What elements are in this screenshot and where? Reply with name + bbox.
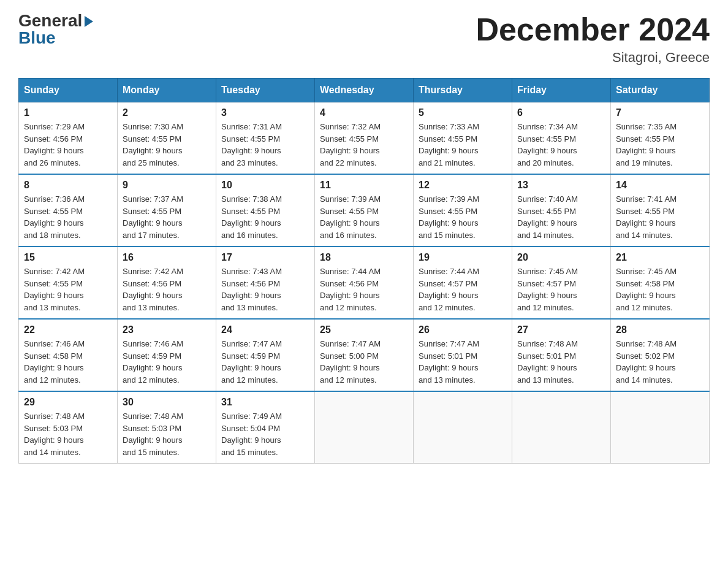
- day-info: Sunrise: 7:33 AMSunset: 4:55 PMDaylight:…: [419, 122, 479, 167]
- calendar-week-row: 29 Sunrise: 7:48 AMSunset: 5:03 PMDaylig…: [19, 391, 710, 464]
- table-row: 23 Sunrise: 7:46 AMSunset: 4:59 PMDaylig…: [118, 319, 216, 391]
- day-info: Sunrise: 7:42 AMSunset: 4:55 PMDaylight:…: [24, 267, 85, 312]
- day-number: 4: [320, 107, 408, 118]
- header-thursday: Thursday: [414, 79, 512, 102]
- day-info: Sunrise: 7:31 AMSunset: 4:55 PMDaylight:…: [221, 122, 282, 167]
- month-title: December 2024: [476, 12, 710, 47]
- day-number: 1: [24, 107, 112, 118]
- day-number: 21: [616, 252, 704, 263]
- day-number: 2: [123, 107, 211, 118]
- day-number: 22: [24, 324, 112, 335]
- day-number: 18: [320, 252, 408, 263]
- table-row: 5 Sunrise: 7:33 AMSunset: 4:55 PMDayligh…: [414, 102, 512, 175]
- table-row: 27 Sunrise: 7:48 AMSunset: 5:01 PMDaylig…: [512, 319, 611, 391]
- table-row: 30 Sunrise: 7:48 AMSunset: 5:03 PMDaylig…: [118, 391, 216, 464]
- header-friday: Friday: [512, 79, 611, 102]
- logo-general-text: General: [18, 12, 82, 29]
- day-info: Sunrise: 7:29 AMSunset: 4:56 PMDaylight:…: [24, 122, 85, 167]
- day-info: Sunrise: 7:37 AMSunset: 4:55 PMDaylight:…: [123, 194, 183, 240]
- table-row: [414, 391, 512, 464]
- calendar-week-row: 1 Sunrise: 7:29 AMSunset: 4:56 PMDayligh…: [19, 102, 710, 175]
- day-info: Sunrise: 7:48 AMSunset: 5:01 PMDaylight:…: [517, 339, 578, 385]
- table-row: 22 Sunrise: 7:46 AMSunset: 4:58 PMDaylig…: [19, 319, 118, 391]
- table-row: 13 Sunrise: 7:40 AMSunset: 4:55 PMDaylig…: [512, 174, 611, 247]
- table-row: 18 Sunrise: 7:44 AMSunset: 4:56 PMDaylig…: [315, 247, 414, 319]
- table-row: 6 Sunrise: 7:34 AMSunset: 4:55 PMDayligh…: [512, 102, 611, 175]
- day-number: 5: [419, 107, 507, 118]
- table-row: 9 Sunrise: 7:37 AMSunset: 4:55 PMDayligh…: [118, 174, 216, 247]
- day-number: 8: [24, 180, 112, 191]
- header-sunday: Sunday: [19, 79, 118, 102]
- day-number: 23: [123, 324, 211, 335]
- day-info: Sunrise: 7:42 AMSunset: 4:56 PMDaylight:…: [123, 267, 183, 312]
- day-number: 13: [517, 180, 605, 191]
- day-info: Sunrise: 7:38 AMSunset: 4:55 PMDaylight:…: [221, 194, 282, 240]
- calendar-week-row: 22 Sunrise: 7:46 AMSunset: 4:58 PMDaylig…: [19, 319, 710, 391]
- day-number: 19: [419, 252, 507, 263]
- table-row: 25 Sunrise: 7:47 AMSunset: 5:00 PMDaylig…: [315, 319, 414, 391]
- day-info: Sunrise: 7:48 AMSunset: 5:03 PMDaylight:…: [123, 412, 183, 457]
- logo-blue-text: Blue: [18, 29, 56, 47]
- day-number: 20: [517, 252, 605, 263]
- header-tuesday: Tuesday: [216, 79, 315, 102]
- day-number: 14: [616, 180, 704, 191]
- day-number: 7: [616, 107, 704, 118]
- day-number: 12: [419, 180, 507, 191]
- day-info: Sunrise: 7:34 AMSunset: 4:55 PMDaylight:…: [517, 122, 578, 167]
- day-info: Sunrise: 7:44 AMSunset: 4:56 PMDaylight:…: [320, 267, 381, 312]
- location-subtitle: Sitagroi, Greece: [476, 50, 710, 66]
- table-row: 14 Sunrise: 7:41 AMSunset: 4:55 PMDaylig…: [611, 174, 710, 247]
- day-number: 17: [221, 252, 309, 263]
- day-number: 3: [221, 107, 309, 118]
- logo: General Blue: [18, 12, 93, 47]
- table-row: 28 Sunrise: 7:48 AMSunset: 5:02 PMDaylig…: [611, 319, 710, 391]
- day-number: 25: [320, 324, 408, 335]
- header-monday: Monday: [118, 79, 216, 102]
- table-row: [512, 391, 611, 464]
- day-info: Sunrise: 7:45 AMSunset: 4:58 PMDaylight:…: [616, 267, 677, 312]
- day-number: 15: [24, 252, 112, 263]
- day-info: Sunrise: 7:44 AMSunset: 4:57 PMDaylight:…: [419, 267, 479, 312]
- weekday-header-row: Sunday Monday Tuesday Wednesday Thursday…: [19, 79, 710, 102]
- day-info: Sunrise: 7:39 AMSunset: 4:55 PMDaylight:…: [419, 194, 479, 240]
- table-row: [611, 391, 710, 464]
- table-row: 11 Sunrise: 7:39 AMSunset: 4:55 PMDaylig…: [315, 174, 414, 247]
- day-number: 30: [123, 397, 211, 408]
- day-info: Sunrise: 7:30 AMSunset: 4:55 PMDaylight:…: [123, 122, 183, 167]
- day-info: Sunrise: 7:46 AMSunset: 4:58 PMDaylight:…: [24, 339, 85, 385]
- day-info: Sunrise: 7:48 AMSunset: 5:03 PMDaylight:…: [24, 412, 85, 457]
- table-row: 4 Sunrise: 7:32 AMSunset: 4:55 PMDayligh…: [315, 102, 414, 175]
- day-number: 27: [517, 324, 605, 335]
- day-number: 6: [517, 107, 605, 118]
- calendar-week-row: 15 Sunrise: 7:42 AMSunset: 4:55 PMDaylig…: [19, 247, 710, 319]
- day-info: Sunrise: 7:41 AMSunset: 4:55 PMDaylight:…: [616, 194, 677, 240]
- day-number: 26: [419, 324, 507, 335]
- table-row: 21 Sunrise: 7:45 AMSunset: 4:58 PMDaylig…: [611, 247, 710, 319]
- day-info: Sunrise: 7:48 AMSunset: 5:02 PMDaylight:…: [616, 339, 677, 385]
- logo-arrow-icon: [85, 16, 93, 27]
- day-number: 31: [221, 397, 309, 408]
- day-info: Sunrise: 7:32 AMSunset: 4:55 PMDaylight:…: [320, 122, 381, 167]
- table-row: 12 Sunrise: 7:39 AMSunset: 4:55 PMDaylig…: [414, 174, 512, 247]
- day-info: Sunrise: 7:46 AMSunset: 4:59 PMDaylight:…: [123, 339, 183, 385]
- day-info: Sunrise: 7:49 AMSunset: 5:04 PMDaylight:…: [221, 412, 282, 457]
- calendar-week-row: 8 Sunrise: 7:36 AMSunset: 4:55 PMDayligh…: [19, 174, 710, 247]
- table-row: 26 Sunrise: 7:47 AMSunset: 5:01 PMDaylig…: [414, 319, 512, 391]
- table-row: 16 Sunrise: 7:42 AMSunset: 4:56 PMDaylig…: [118, 247, 216, 319]
- table-row: 19 Sunrise: 7:44 AMSunset: 4:57 PMDaylig…: [414, 247, 512, 319]
- day-info: Sunrise: 7:43 AMSunset: 4:56 PMDaylight:…: [221, 267, 282, 312]
- day-number: 29: [24, 397, 112, 408]
- page-header: General Blue December 2024 Sitagroi, Gre…: [18, 12, 710, 66]
- day-info: Sunrise: 7:39 AMSunset: 4:55 PMDaylight:…: [320, 194, 381, 240]
- day-info: Sunrise: 7:45 AMSunset: 4:57 PMDaylight:…: [517, 267, 578, 312]
- day-number: 28: [616, 324, 704, 335]
- table-row: [315, 391, 414, 464]
- day-number: 10: [221, 180, 309, 191]
- day-number: 24: [221, 324, 309, 335]
- table-row: 10 Sunrise: 7:38 AMSunset: 4:55 PMDaylig…: [216, 174, 315, 247]
- table-row: 20 Sunrise: 7:45 AMSunset: 4:57 PMDaylig…: [512, 247, 611, 319]
- table-row: 17 Sunrise: 7:43 AMSunset: 4:56 PMDaylig…: [216, 247, 315, 319]
- calendar-table: Sunday Monday Tuesday Wednesday Thursday…: [18, 78, 710, 464]
- table-row: 1 Sunrise: 7:29 AMSunset: 4:56 PMDayligh…: [19, 102, 118, 175]
- header-wednesday: Wednesday: [315, 79, 414, 102]
